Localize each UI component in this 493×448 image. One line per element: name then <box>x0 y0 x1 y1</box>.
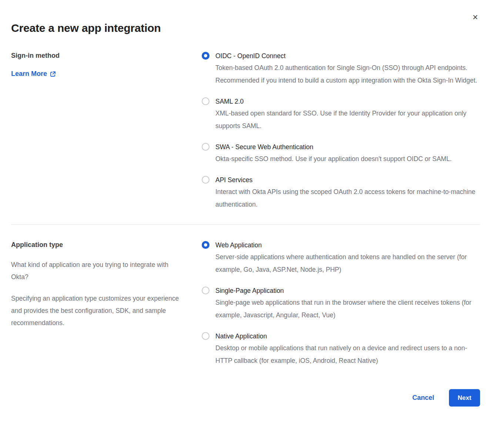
option-description: Single-page web applications that run in… <box>215 296 479 321</box>
close-icon: × <box>473 12 478 22</box>
signin-method-section: Sign-in method Learn More OIDC - O <box>11 51 480 211</box>
radio-option[interactable]: Web Application Server-side applications… <box>202 240 480 276</box>
close-button[interactable]: × <box>469 11 481 23</box>
option-title: SAML 2.0 <box>215 97 479 106</box>
radio-icon[interactable] <box>202 287 209 294</box>
section-divider <box>11 224 480 225</box>
option-description: XML-based open standard for SSO. Use if … <box>215 107 479 132</box>
learn-more-link[interactable]: Learn More <box>11 70 56 78</box>
dialog-footer: Cancel Next <box>11 389 480 407</box>
option-title: OIDC - OpenID Connect <box>215 51 479 61</box>
option-text: Single-Page Application Single-page web … <box>215 286 479 321</box>
radio-icon[interactable] <box>202 332 209 340</box>
application-type-section: Application type What kind of applicatio… <box>11 240 480 367</box>
radio-option[interactable]: Single-Page Application Single-page web … <box>202 286 480 321</box>
create-app-integration-dialog: × Create a new app integration Sign-in m… <box>0 0 493 448</box>
application-type-question: What kind of application are you trying … <box>11 259 185 283</box>
radio-option[interactable]: SAML 2.0 XML-based open standard for SSO… <box>202 97 480 132</box>
external-link-icon <box>50 71 56 77</box>
option-description: Interact with Okta APIs using the scoped… <box>215 185 479 211</box>
option-title: Native Application <box>215 331 479 341</box>
radio-icon[interactable] <box>202 97 209 105</box>
option-description: Desktop or mobile applications that run … <box>215 342 479 367</box>
option-text: SAML 2.0 XML-based open standard for SSO… <box>215 97 479 132</box>
option-title: Single-Page Application <box>215 286 479 295</box>
option-title: Web Application <box>215 240 479 250</box>
option-text: Native Application Desktop or mobile app… <box>215 331 479 367</box>
radio-icon[interactable] <box>202 241 209 249</box>
radio-option[interactable]: API Services Interact with Okta APIs usi… <box>202 175 480 211</box>
cancel-button[interactable]: Cancel <box>412 394 434 402</box>
learn-more-label: Learn More <box>11 70 47 78</box>
next-button[interactable]: Next <box>449 389 480 407</box>
application-type-left-column: Application type What kind of applicatio… <box>11 240 185 367</box>
option-text: SWA - Secure Web Authentication Okta-spe… <box>215 142 452 165</box>
option-description: Okta-specific SSO method. Use if your ap… <box>215 153 452 165</box>
radio-option[interactable]: OIDC - OpenID Connect Token-based OAuth … <box>202 51 480 87</box>
radio-option[interactable]: SWA - Secure Web Authentication Okta-spe… <box>202 142 480 165</box>
radio-icon[interactable] <box>202 143 209 151</box>
option-title: API Services <box>215 175 479 185</box>
page-title: Create a new app integration <box>11 21 480 35</box>
application-type-options: Web Application Server-side applications… <box>202 240 480 367</box>
radio-option[interactable]: Native Application Desktop or mobile app… <box>202 331 480 367</box>
option-description: Server-side applications where authentic… <box>215 251 479 276</box>
signin-method-options: OIDC - OpenID Connect Token-based OAuth … <box>202 51 480 211</box>
option-text: OIDC - OpenID Connect Token-based OAuth … <box>215 51 479 87</box>
option-title: SWA - Secure Web Authentication <box>215 142 452 152</box>
application-type-label: Application type <box>11 240 185 249</box>
signin-method-left-column: Sign-in method Learn More <box>11 51 185 211</box>
option-text: Web Application Server-side applications… <box>215 240 479 276</box>
application-type-help-text: Specifying an application type customize… <box>11 292 185 329</box>
option-description: Token-based OAuth 2.0 authentication for… <box>215 61 479 87</box>
option-text: API Services Interact with Okta APIs usi… <box>215 175 479 211</box>
signin-method-label: Sign-in method <box>11 51 185 60</box>
radio-icon[interactable] <box>202 52 209 60</box>
radio-icon[interactable] <box>202 176 209 184</box>
